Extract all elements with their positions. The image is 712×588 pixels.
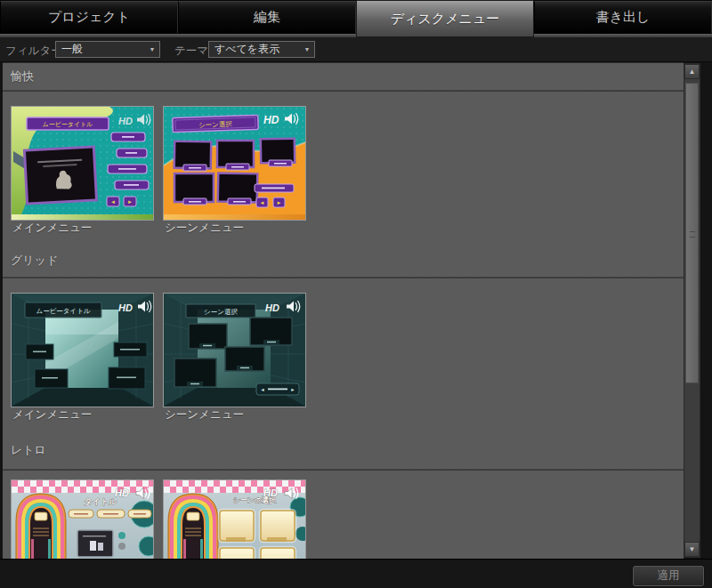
prev-arrow: ◄ xyxy=(260,387,264,392)
chevron-down-icon: ▼ xyxy=(300,46,314,52)
next-arrow: ► xyxy=(277,200,282,205)
hd-badge: HD xyxy=(118,116,133,126)
template-thumb-grid-main[interactable]: ムービータイトル HD xyxy=(11,293,154,407)
template-preview-art: ムービータイトル HD xyxy=(12,294,153,407)
scroll-down-button[interactable]: ▼ xyxy=(684,542,700,557)
section-divider xyxy=(3,89,684,92)
template-caption: メインメニュー xyxy=(12,221,92,236)
section-divider xyxy=(3,468,684,471)
filter-dropdown-value: 一般 xyxy=(56,42,145,57)
tab-label: ディスクメニュー xyxy=(391,11,499,28)
scrollbar-thumb[interactable] xyxy=(685,83,699,383)
bottom-bar: 適用 xyxy=(0,559,712,588)
template-thumb-fun-main[interactable]: ムービータイトル ◄ ► HD xyxy=(11,106,154,221)
menu-title-banner: シーン選択 xyxy=(204,308,238,316)
tab-label: 編集 xyxy=(254,9,280,26)
vertical-scrollbar[interactable]: ▲ ▼ xyxy=(684,63,700,558)
scroll-up-button[interactable]: ▲ xyxy=(684,64,700,79)
template-preview-art: シーンの選択 xyxy=(164,480,305,559)
template-thumb-retro-main[interactable]: タイトル HD xyxy=(11,479,154,559)
hd-badge: HD xyxy=(118,302,133,313)
filter-bar: フィルター: 一般 ▼ テーマ: すべてを表示 ▼ xyxy=(0,37,712,62)
prev-arrow: ◄ xyxy=(110,199,116,205)
template-preview-art: シーン選択 ◄ ► HD xyxy=(164,294,305,407)
next-arrow: ► xyxy=(127,199,133,205)
hd-badge: HD xyxy=(263,114,279,126)
template-thumb-grid-scene[interactable]: シーン選択 ◄ ► HD xyxy=(163,293,306,407)
jukebox xyxy=(168,494,218,559)
menu-title-banner: タイトル xyxy=(85,497,118,506)
tab-export[interactable]: 書き出し xyxy=(534,1,712,33)
app-window: プロジェクト 編集 ディスクメニュー 書き出し フィルター: 一般 ▼ テーマ:… xyxy=(0,0,712,588)
template-thumb-fun-scene[interactable]: シーン選択 ◄ xyxy=(163,106,306,221)
menu-template-panel: 愉快 ムービータイトル xyxy=(3,62,684,559)
template-caption: メインメニュー xyxy=(12,407,92,423)
filter-dropdown[interactable]: 一般 ▼ xyxy=(55,41,160,58)
hd-badge: HD xyxy=(115,487,129,498)
section-title-retro: レトロ xyxy=(11,442,46,458)
theme-label: テーマ: xyxy=(174,44,212,59)
section-divider xyxy=(3,276,684,278)
hd-badge: HD xyxy=(263,487,278,498)
prev-arrow: ◄ xyxy=(260,200,265,205)
apply-button[interactable]: 適用 xyxy=(633,566,704,586)
tab-project[interactable]: プロジェクト xyxy=(0,1,178,33)
menu-title-banner: ムービータイトル xyxy=(36,307,90,315)
template-caption: シーンメニュー xyxy=(165,221,244,236)
tab-edit[interactable]: 編集 xyxy=(178,1,356,33)
template-preview-art: ムービータイトル ◄ ► HD xyxy=(12,107,153,220)
template-preview-art: タイトル HD xyxy=(12,480,153,559)
menu-title-banner: シーン選択 xyxy=(198,120,233,129)
theme-dropdown[interactable]: すべてを表示 ▼ xyxy=(208,41,315,58)
scrollbar-grip xyxy=(690,231,695,238)
theme-dropdown-value: すべてを表示 xyxy=(209,42,300,57)
menu-title-banner: ムービータイトル xyxy=(43,121,93,128)
template-caption: シーンメニュー xyxy=(165,407,244,423)
tab-label: 書き出し xyxy=(596,9,651,26)
hd-badge: HD xyxy=(265,302,279,313)
template-preview-art: シーン選択 ◄ xyxy=(164,107,305,220)
main-tab-bar: プロジェクト 編集 ディスクメニュー 書き出し xyxy=(0,0,712,37)
retro-row-clipped: タイトル HD xyxy=(3,479,684,559)
template-thumb-retro-scene[interactable]: シーンの選択 xyxy=(163,479,306,559)
tab-label: プロジェクト xyxy=(48,9,130,26)
section-title-grid: グリッド xyxy=(11,253,58,269)
next-arrow: ► xyxy=(290,387,295,392)
tab-disc-menu[interactable]: ディスクメニュー xyxy=(356,0,534,37)
jukebox xyxy=(16,494,66,559)
section-title-fun: 愉快 xyxy=(11,68,34,85)
chevron-down-icon: ▼ xyxy=(145,46,159,52)
